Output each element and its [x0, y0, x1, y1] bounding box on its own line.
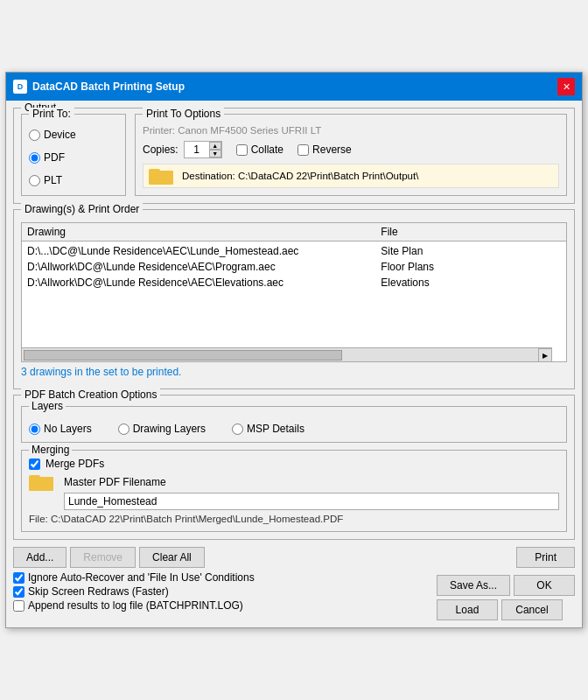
collate-row: Collate [236, 144, 284, 156]
no-layers-label: No Layers [44, 423, 92, 435]
print-to-title: Print To: [29, 108, 74, 120]
layers-title: Layers [29, 400, 66, 412]
append-log-label: Append results to log file (BATCHPRINT.L… [28, 599, 243, 612]
pdf-options-title: PDF Batch Creation Options [21, 388, 160, 401]
bottom-section: Ignore Auto-Recover and 'File In Use' Co… [13, 568, 575, 620]
merge-pdfs-checkbox[interactable] [29, 458, 40, 470]
copies-label: Copies: [143, 144, 178, 156]
merge-pdfs-label: Merge PDFs [46, 458, 104, 470]
copies-up-button[interactable]: ▲ [209, 142, 221, 150]
pdf-radio[interactable] [29, 152, 40, 164]
master-pdf-row: Master PDF Filename [29, 473, 559, 491]
printer-name: Printer: Canon MF4500 Series UFRII LT [143, 125, 559, 136]
master-pdf-input[interactable] [64, 493, 559, 510]
cancel-button[interactable]: Cancel [501, 599, 563, 620]
drawing-cell: D:\Allwork\DC@\Lunde Residence\AEC\Eleva… [22, 275, 375, 290]
master-pdf-label: Master PDF Filename [64, 476, 166, 488]
append-log-checkbox[interactable] [13, 600, 24, 612]
plt-radio-row: PLT [29, 174, 118, 186]
no-layers-radio[interactable] [29, 424, 40, 435]
drawing-layers-radio[interactable] [118, 424, 130, 435]
drawing-layers-row: Drawing Layers [118, 423, 206, 435]
skip-screen-redraws-checkbox[interactable] [13, 586, 24, 598]
copies-input[interactable] [185, 142, 209, 158]
spinner-buttons: ▲ ▼ [209, 142, 221, 158]
msp-details-label: MSP Details [247, 423, 304, 435]
device-label: Device [44, 129, 76, 141]
layers-row: No Layers Drawing Layers MSP Details [29, 416, 559, 435]
device-radio-row: Device [29, 129, 118, 141]
drawings-group: Drawing(s) & Print Order Drawing File D:… [13, 209, 575, 389]
drawings-table-container: Drawing File D:\...\DC@\Lunde Residence\… [21, 222, 567, 362]
print-button[interactable]: Print [516, 547, 575, 568]
file-cell: Site Plan [375, 242, 566, 260]
file-cell: Floor Plans [375, 259, 566, 275]
append-log-row: Append results to log file (BATCHPRINT.L… [13, 599, 255, 612]
app-icon: D [13, 80, 27, 94]
clear-all-button[interactable]: Clear All [139, 547, 205, 568]
layers-group: Layers No Layers Drawing Layers MSP Deta… [21, 406, 567, 443]
load-button[interactable]: Load [437, 599, 498, 620]
copies-down-button[interactable]: ▼ [209, 150, 221, 158]
window-body: Output Print To: Device PDF PLT [6, 101, 582, 627]
master-pdf-folder-icon [29, 473, 53, 491]
title-bar: D DataCAD Batch Printing Setup ✕ [6, 73, 582, 101]
print-to-options-title: Print To Options [143, 108, 224, 120]
drawing-cell: D:\Allwork\DC@\Lunde Residence\AEC\Progr… [22, 259, 375, 275]
destination-folder-icon [149, 167, 173, 185]
reverse-checkbox[interactable] [298, 144, 309, 156]
print-to-box: Print To: Device PDF PLT [21, 114, 126, 196]
status-text: 3 drawings in the set to be printed. [21, 366, 567, 378]
checkboxes-area: Ignore Auto-Recover and 'File In Use' Co… [13, 571, 255, 613]
file-path-text: File: C:\DataCAD 22\Print\Batch Print\Me… [29, 514, 559, 524]
reverse-row: Reverse [298, 144, 352, 156]
drawing-cell: D:\...\DC@\Lunde Residence\AEC\Lunde_Hom… [22, 242, 375, 260]
plt-radio[interactable] [29, 175, 40, 186]
table-row[interactable]: D:\Allwork\DC@\Lunde Residence\AEC\Eleva… [22, 275, 566, 290]
skip-screen-redraws-row: Skip Screen Redraws (Faster) [13, 585, 255, 598]
merging-group: Merging Merge PDFs Master PDF Filename [21, 450, 567, 532]
reverse-label: Reverse [312, 144, 352, 156]
ok-button[interactable]: OK [514, 575, 575, 596]
msp-details-radio[interactable] [232, 424, 243, 435]
destination-row: Destination: C:\DataCAD 22\Print\Batch P… [143, 164, 559, 188]
save-as-button[interactable]: Save As... [437, 575, 510, 596]
collate-checkbox[interactable] [236, 144, 248, 156]
scrollbar-thumb [24, 350, 342, 360]
horizontal-scrollbar[interactable]: ▶ [22, 347, 552, 361]
close-button[interactable]: ✕ [557, 78, 575, 95]
master-pdf-input-row [29, 493, 559, 510]
output-section: Print To: Device PDF PLT [21, 114, 567, 196]
skip-screen-redraws-label: Skip Screen Redraws (Faster) [28, 585, 169, 598]
copies-spinner: ▲ ▼ [184, 141, 222, 158]
action-buttons-row: Add... Remove Clear All Print [13, 547, 575, 568]
pdf-label: PDF [44, 151, 65, 164]
table-row[interactable]: D:\Allwork\DC@\Lunde Residence\AEC\Progr… [22, 259, 566, 275]
window-title: DataCAD Batch Printing Setup [32, 80, 185, 93]
copies-row: Copies: ▲ ▼ Collate [143, 141, 559, 158]
merge-row: Merge PDFs [29, 458, 559, 470]
add-button[interactable]: Add... [13, 547, 66, 568]
destination-text: Destination: C:\DataCAD 22\Print\Batch P… [182, 171, 418, 181]
plt-label: PLT [44, 174, 62, 186]
ignore-autorecover-row: Ignore Auto-Recover and 'File In Use' Co… [13, 571, 255, 584]
table-row[interactable]: D:\...\DC@\Lunde Residence\AEC\Lunde_Hom… [22, 242, 566, 260]
merging-title: Merging [29, 444, 72, 456]
output-group: Output Print To: Device PDF PLT [13, 108, 575, 204]
device-radio[interactable] [29, 130, 40, 141]
file-cell: Elevations [375, 275, 566, 290]
remove-button[interactable]: Remove [70, 547, 136, 568]
pdf-options-group: PDF Batch Creation Options Layers No Lay… [13, 395, 575, 540]
drawings-table: Drawing File D:\...\DC@\Lunde Residence\… [22, 223, 566, 290]
bottom-content: Ignore Auto-Recover and 'File In Use' Co… [13, 571, 575, 620]
bottom-button-pair: Load Cancel [437, 599, 575, 620]
merge-label-area: Merge PDFs Master PDF Filename File: C:\… [29, 458, 559, 524]
scrollbar-right-button[interactable]: ▶ [538, 348, 552, 362]
drawing-col-header: Drawing [22, 223, 375, 242]
ignore-autorecover-checkbox[interactable] [13, 572, 24, 584]
title-bar-left: D DataCAD Batch Printing Setup [13, 80, 185, 94]
drawing-layers-label: Drawing Layers [133, 423, 206, 435]
bottom-buttons-area: Save As... OK Load Cancel [437, 575, 575, 620]
drawings-wrapper: Drawing File D:\...\DC@\Lunde Residence\… [22, 223, 566, 353]
collate-label: Collate [251, 144, 284, 156]
